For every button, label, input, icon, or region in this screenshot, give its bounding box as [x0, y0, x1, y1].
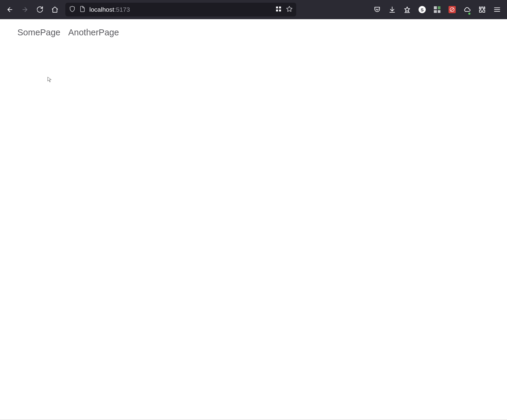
url-input[interactable]: localhost:5173 [89, 6, 272, 13]
home-icon [51, 6, 58, 13]
pocket-icon [374, 6, 381, 13]
svg-marker-5 [405, 7, 410, 12]
home-button[interactable] [49, 3, 61, 16]
app-menu-button[interactable] [491, 3, 503, 16]
url-host: localhost [89, 6, 114, 13]
forward-button [19, 3, 31, 16]
bookmarks-menu-button[interactable] [401, 3, 413, 16]
letter-s-icon: S [419, 6, 426, 13]
page-info-icon[interactable] [79, 6, 86, 13]
url-bar[interactable]: localhost:5173 [65, 3, 296, 16]
downloads-button[interactable] [386, 3, 398, 16]
toolbar-right: S [371, 3, 503, 16]
extension-grid-button[interactable] [431, 3, 443, 16]
extension-s-button[interactable]: S [416, 3, 428, 16]
browser-toolbar: localhost:5173 S [0, 0, 507, 19]
cursor-icon [47, 77, 52, 83]
svg-line-8 [451, 8, 454, 11]
puzzle-icon [479, 6, 486, 13]
reload-button[interactable] [34, 3, 46, 16]
url-port: :5173 [114, 6, 130, 13]
qr-grid-icon[interactable] [275, 6, 282, 13]
extension-red-button[interactable] [446, 3, 458, 16]
star-menu-icon [404, 6, 411, 13]
status-dot-icon [468, 13, 470, 15]
cloud-icon [464, 6, 471, 13]
extensions-button[interactable] [476, 3, 488, 16]
grid-icon [434, 6, 440, 13]
browser-window: localhost:5173 S [0, 0, 507, 420]
nav-link-somepage[interactable]: SomePage [17, 28, 61, 37]
pocket-button[interactable] [371, 3, 383, 16]
nav-link-anotherpage[interactable]: AnotherPage [68, 28, 119, 37]
download-icon [389, 6, 396, 13]
svg-marker-4 [287, 6, 292, 11]
reload-icon [36, 6, 43, 13]
noscript-icon [449, 6, 456, 13]
bookmark-star-icon[interactable] [286, 6, 293, 13]
svg-rect-2 [276, 10, 278, 11]
svg-rect-3 [279, 10, 281, 11]
shield-icon[interactable] [69, 6, 76, 13]
url-right-controls [275, 6, 293, 13]
page-nav: SomePage AnotherPage [17, 28, 490, 37]
svg-rect-0 [276, 7, 278, 8]
arrow-right-icon [21, 6, 28, 13]
arrow-left-icon [6, 6, 13, 13]
back-button[interactable] [4, 3, 16, 16]
hamburger-icon [494, 6, 501, 13]
cloud-sync-button[interactable] [461, 3, 473, 16]
svg-rect-1 [279, 7, 281, 8]
page-content: SomePage AnotherPage [0, 19, 507, 420]
